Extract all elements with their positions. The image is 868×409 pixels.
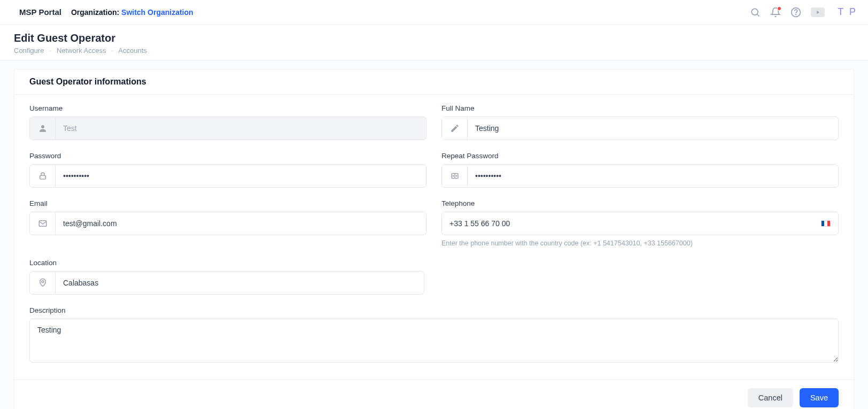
- svg-point-9: [456, 175, 457, 176]
- svg-point-0: [752, 9, 758, 15]
- email-field: Email: [29, 199, 427, 247]
- fullname-label: Full Name: [441, 104, 839, 112]
- location-label: Location: [29, 259, 424, 267]
- breadcrumb: Configure - Network Access - Accounts: [14, 47, 854, 55]
- notification-dot: [777, 6, 781, 11]
- username-label: Username: [29, 104, 427, 112]
- email-label: Email: [29, 199, 427, 207]
- location-input-wrap: [29, 271, 424, 295]
- breadcrumb-item[interactable]: Accounts: [118, 47, 146, 55]
- switch-organization-link[interactable]: Switch Organization: [121, 8, 193, 17]
- description-input[interactable]: [29, 319, 839, 362]
- page-header: Edit Guest Operator Configure - Network …: [0, 25, 868, 60]
- telephone-label: Telephone: [441, 199, 839, 207]
- breadcrumb-sep: -: [49, 47, 51, 55]
- avatar[interactable]: T P: [834, 6, 857, 18]
- flag-stripe: [827, 221, 830, 226]
- password-input-wrap: [29, 164, 427, 188]
- user-icon: [30, 117, 56, 140]
- notifications-icon[interactable]: [770, 7, 781, 18]
- cancel-button[interactable]: Cancel: [748, 388, 793, 407]
- section-title: Guest Operator informations: [14, 70, 854, 95]
- topbar: MSP Portal Organization: Switch Organiza…: [0, 0, 868, 25]
- form-panel: Guest Operator informations Username Ful…: [14, 69, 854, 409]
- help-icon[interactable]: [790, 7, 801, 18]
- telephone-input[interactable]: [449, 219, 817, 228]
- password-field: Password: [29, 152, 427, 188]
- email-input-wrap: [29, 212, 427, 235]
- country-flag-icon[interactable]: [821, 220, 831, 227]
- video-icon[interactable]: [811, 7, 825, 17]
- svg-point-8: [453, 175, 454, 176]
- repeat-password-input-wrap: [441, 164, 839, 188]
- svg-point-11: [42, 281, 44, 283]
- breadcrumb-item[interactable]: Configure: [14, 47, 44, 55]
- fullname-input[interactable]: [468, 117, 838, 140]
- password-input[interactable]: [56, 165, 426, 187]
- org-label: Organization:: [71, 8, 119, 17]
- location-field: Location: [29, 259, 424, 295]
- topbar-right: T P: [750, 6, 857, 18]
- username-input-wrap: [29, 117, 427, 140]
- mail-icon: [30, 212, 56, 235]
- svg-point-4: [41, 125, 44, 128]
- username-field: Username: [29, 104, 427, 140]
- location-input[interactable]: [56, 272, 424, 294]
- svg-point-3: [796, 14, 796, 14]
- username-input: [56, 117, 426, 140]
- fullname-field: Full Name: [441, 104, 839, 140]
- pencil-icon: [442, 117, 468, 140]
- panel-footer: Cancel Save: [14, 379, 854, 409]
- save-button[interactable]: Save: [800, 388, 839, 407]
- search-icon[interactable]: [750, 7, 761, 18]
- telephone-hint: Enter the phone number with the country …: [441, 240, 839, 247]
- password-label: Password: [29, 152, 427, 160]
- svg-rect-5: [40, 175, 45, 179]
- breadcrumb-sep: -: [111, 47, 113, 55]
- telephone-input-wrap: [441, 212, 839, 235]
- map-pin-icon: [30, 272, 56, 294]
- email-input[interactable]: [56, 212, 426, 235]
- lock-icon: [30, 165, 56, 187]
- description-field: Description: [29, 306, 839, 364]
- brand: MSP Portal: [19, 7, 61, 17]
- breadcrumb-item[interactable]: Network Access: [57, 47, 106, 55]
- telephone-field: Telephone Enter the phone number with th…: [441, 199, 839, 247]
- svg-line-1: [757, 14, 759, 16]
- topbar-left: MSP Portal Organization: Switch Organiza…: [19, 7, 193, 17]
- fullname-input-wrap: [441, 117, 839, 140]
- page-title: Edit Guest Operator: [14, 32, 854, 44]
- repeat-password-label: Repeat Password: [441, 152, 839, 160]
- password-icon: [442, 165, 468, 187]
- repeat-password-field: Repeat Password: [441, 152, 839, 188]
- repeat-password-input[interactable]: [468, 165, 838, 187]
- form-grid: Username Full Name: [29, 104, 839, 364]
- description-label: Description: [29, 306, 839, 314]
